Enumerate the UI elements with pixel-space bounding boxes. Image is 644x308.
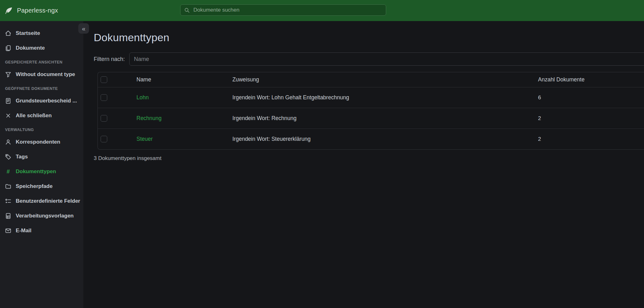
select-all-checkbox[interactable] <box>101 76 107 83</box>
sidebar-item-label: Benutzerdefinierte Felder <box>16 198 80 204</box>
column-header-zuweisung[interactable]: Zuweisung <box>232 76 538 83</box>
hash-icon: # <box>5 168 11 175</box>
document-type-link[interactable]: Lohn <box>136 94 149 101</box>
assignment-cell: Irgendein Wort: Steuererklärung <box>232 136 538 142</box>
row-checkbox[interactable] <box>101 94 107 101</box>
sidebar-item-verarbeitungsvorlagen[interactable]: Verarbeitungsvorlagen <box>0 211 83 221</box>
row-checkbox[interactable] <box>101 136 107 142</box>
count-cell: 2 <box>538 115 644 122</box>
top-bar: Paperless-ngx <box>0 0 644 21</box>
app-title: Paperless-ngx <box>17 7 58 14</box>
sidebar-item-tags[interactable]: Tags <box>0 152 83 162</box>
sidebar-item-dokumenttypen[interactable]: # Dokumenttypen <box>0 167 83 177</box>
sidebar-item-label: Dokumente <box>16 45 45 51</box>
filter-label: Filtern nach: <box>94 56 125 63</box>
close-icon <box>5 113 11 119</box>
sidebar-item-without-document-type[interactable]: Without document type <box>0 69 83 80</box>
sidebar-item-label: Verarbeitungsvorlagen <box>16 213 74 219</box>
sidebar-item-label: Tags <box>16 154 28 160</box>
sidebar-item-benutzerdefinierte-felder[interactable]: Benutzerdefinierte Felder <box>0 196 83 206</box>
sidebar-item-korrespondenten[interactable]: Korrespondenten <box>0 137 83 147</box>
table-row: Lohn Irgendein Wort: Lohn Gehalt Entgelt… <box>98 87 644 108</box>
column-header-anzahl[interactable]: Anzahl Dokumente <box>538 76 644 83</box>
sidebar-section-saved-views: GESPEICHERTE ANSICHTEN <box>5 60 78 65</box>
sidebar-item-label: Alle schließen <box>16 113 52 119</box>
assignment-cell: Irgendein Wort: Rechnung <box>232 115 538 122</box>
document-type-link[interactable]: Rechnung <box>136 115 162 121</box>
sidebar-item-label: Speicherpfade <box>16 183 53 190</box>
sidebar-item-label: Grundsteuerbescheid ... <box>16 98 77 104</box>
main-content: Dokumenttypen Filtern nach: Name Zuweisu… <box>83 21 644 308</box>
documents-icon <box>5 45 11 51</box>
sidebar-item-dokumente[interactable]: Dokumente <box>0 43 83 53</box>
count-cell: 2 <box>538 136 644 142</box>
sidebar-item-grundsteuerbescheid[interactable]: Grundsteuerbescheid ... <box>0 96 83 106</box>
sidebar-section-verwaltung: VERWALTUNG <box>5 128 78 133</box>
file-text-icon <box>5 98 11 104</box>
sidebar-item-alle-schliessen[interactable]: Alle schließen <box>0 111 83 121</box>
person-icon <box>5 139 11 145</box>
sidebar-collapse-button[interactable]: « <box>78 23 89 34</box>
table-header-row: Name Zuweisung Anzahl Dokumente <box>98 72 644 87</box>
sidebar-item-label: Startseite <box>16 30 40 36</box>
search-icon <box>184 8 190 13</box>
sidebar: Startseite Dokumente GESPEICHERTE ANSICH… <box>0 21 83 308</box>
search-input[interactable] <box>193 7 382 14</box>
mail-icon <box>5 228 11 234</box>
home-icon <box>5 30 11 36</box>
tag-icon <box>5 154 11 160</box>
count-cell: 6 <box>538 95 644 101</box>
sidebar-item-label: Without document type <box>16 71 75 78</box>
total-count-text: 3 Dokumenttypen insgesamt <box>94 155 644 162</box>
filter-row: Filtern nach: <box>94 52 644 66</box>
sidebar-item-startseite[interactable]: Startseite <box>0 28 83 38</box>
sidebar-section-open-documents: GEÖFFNETE DOKUMENTE <box>5 86 78 91</box>
sidebar-item-email[interactable]: E-Mail <box>0 226 83 236</box>
filter-name-input[interactable] <box>129 52 644 66</box>
sidebar-item-speicherpfade[interactable]: Speicherpfade <box>0 181 83 191</box>
document-type-link[interactable]: Steuer <box>136 136 153 142</box>
brand-link[interactable]: Paperless-ngx <box>0 7 58 15</box>
leaf-icon <box>5 7 13 15</box>
table-row: Steuer Irgendein Wort: Steuererklärung 2 <box>98 129 644 149</box>
row-checkbox[interactable] <box>101 115 107 122</box>
sidebar-item-label: Dokumenttypen <box>16 168 56 175</box>
funnel-icon <box>5 71 11 78</box>
page-title: Dokumenttypen <box>94 31 644 44</box>
sidebar-item-label: Korrespondenten <box>16 139 60 145</box>
sidebar-item-label: E-Mail <box>16 228 31 234</box>
table-row: Rechnung Irgendein Wort: Rechnung 2 <box>98 108 644 129</box>
column-header-name[interactable]: Name <box>136 76 232 83</box>
document-types-table: Name Zuweisung Anzahl Dokumente Lohn Irg… <box>97 72 644 150</box>
global-search <box>180 4 386 16</box>
workflows-icon <box>5 213 11 219</box>
custom-fields-icon <box>5 198 11 204</box>
assignment-cell: Irgendein Wort: Lohn Gehalt Entgeltabrec… <box>232 94 538 101</box>
folder-icon <box>5 183 11 190</box>
